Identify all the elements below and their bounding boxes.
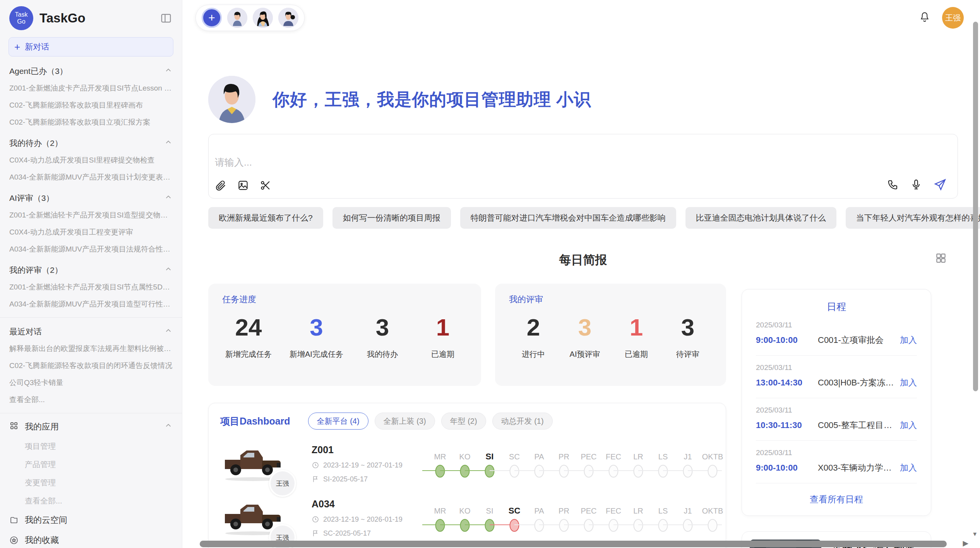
stat-item: 3我的待办 bbox=[361, 315, 404, 360]
dashboard-filter-3[interactable]: 动总开发 (1) bbox=[492, 413, 553, 430]
join-link[interactable]: 加入 bbox=[900, 334, 917, 346]
suggestion-chip-2[interactable]: 特朗普可能对进口汽车增税会对中国车企造成哪些影响 bbox=[460, 207, 676, 229]
stat-label: 已逾期 bbox=[615, 349, 658, 360]
list-item[interactable]: 解释最新出台的欧盟报废车法规再生塑料比例被调至15%... bbox=[9, 340, 173, 357]
list-item[interactable]: A034-全新新能源MUV产品开发项目造型可行性评审 bbox=[9, 296, 173, 313]
cloud-space-label: 我的云空间 bbox=[25, 514, 67, 526]
list-item[interactable]: 查看全部... bbox=[9, 391, 173, 408]
agent-avatar-1[interactable] bbox=[227, 8, 247, 28]
sidebar-app-subitem[interactable]: 产品管理 bbox=[0, 456, 182, 474]
list-item[interactable]: C0X4-动力总成开发项目工程变更评审 bbox=[9, 224, 173, 241]
image-icon[interactable] bbox=[237, 180, 249, 193]
list-item[interactable]: A034-全新新能源MUV产品开发项目法规符合性评审 bbox=[9, 241, 173, 258]
milestone-strip: MRKOSISCPAPRPECFECLRLSJ1OKTB bbox=[428, 450, 725, 479]
microphone-icon[interactable] bbox=[910, 179, 922, 192]
vertical-scrollbar[interactable] bbox=[973, 22, 978, 391]
list-item[interactable]: C0X4-动力总成开发项目SI里程碑提交物检查 bbox=[9, 152, 173, 169]
sidebar-group-3-header[interactable]: 我的评审（2） bbox=[9, 262, 173, 279]
suggestion-chip-4[interactable]: 当下年轻人对汽车外观有怎样的喜好趋势 bbox=[846, 207, 980, 229]
list-item[interactable]: 公司Q3轻卡销量 bbox=[9, 374, 173, 391]
milestone-si: SI bbox=[477, 450, 502, 479]
project-vehicle-image: 王强 bbox=[220, 498, 290, 538]
layout-grid-icon[interactable] bbox=[935, 252, 947, 266]
clock-icon bbox=[312, 461, 319, 469]
milestone-si: SI bbox=[477, 505, 502, 533]
assistant-avatar bbox=[208, 76, 255, 123]
milestone-track bbox=[527, 517, 552, 533]
scroll-down-arrow-icon[interactable]: ▼ bbox=[972, 531, 978, 537]
send-icon[interactable] bbox=[934, 178, 947, 193]
taskgo-logo: Task Go bbox=[9, 6, 33, 30]
project-row: 王强Z0012023-12-19 ~ 2027-01-19SI-2025-05-… bbox=[220, 444, 714, 484]
sidebar-app-subitem[interactable]: 项目管理 bbox=[0, 437, 182, 456]
milestone-node bbox=[634, 465, 643, 478]
add-agent-button[interactable]: + bbox=[202, 8, 222, 28]
suggestion-chip-1[interactable]: 如何写一份清晰的项目周报 bbox=[332, 207, 451, 229]
date-range-text: 2023-12-19 ~ 2027-01-19 bbox=[323, 461, 403, 469]
project-vehicle-image: 王强 bbox=[220, 444, 290, 484]
milestone-track bbox=[576, 463, 601, 479]
dashboard-filter-1[interactable]: 全新上装 (3) bbox=[375, 413, 435, 430]
sidebar-collapse-icon[interactable] bbox=[160, 12, 172, 24]
dashboard-filter-2[interactable]: 年型 (2) bbox=[441, 413, 486, 430]
sidebar-group-2-title: AI评审（3） bbox=[9, 193, 54, 204]
list-item[interactable]: Z001-全新燃油皮卡产品开发项目SI节点Lesson Learn报告 bbox=[9, 80, 173, 97]
sidebar-group-2-header[interactable]: AI评审（3） bbox=[9, 190, 173, 207]
suggestion-chip-3[interactable]: 比亚迪全固态电池计划具体说了什么 bbox=[685, 207, 836, 229]
sidebar-group-recent-header[interactable]: 最近对话 bbox=[9, 323, 173, 340]
list-item[interactable]: C02-飞腾新能源轻客改款项目里程碑画布 bbox=[9, 97, 173, 114]
milestone-track bbox=[576, 517, 601, 533]
sidebar-group-0-header[interactable]: Agent已办（3） bbox=[9, 63, 173, 80]
view-all-schedule-link[interactable]: 查看所有日程 bbox=[756, 483, 917, 509]
event-time: 9:00-10:00 bbox=[756, 335, 815, 345]
milestone-track bbox=[601, 517, 626, 533]
milestone-node bbox=[460, 465, 470, 478]
milestone-track bbox=[700, 463, 725, 479]
user-avatar[interactable]: 王强 bbox=[942, 7, 964, 29]
suggestion-chip-0[interactable]: 欧洲新规最近颁布了什么? bbox=[208, 207, 323, 229]
event-date: 2025/03/11 bbox=[756, 406, 917, 414]
new-chat-button[interactable]: + 新对话 bbox=[9, 37, 173, 57]
join-link[interactable]: 加入 bbox=[900, 462, 917, 474]
join-link[interactable]: 加入 bbox=[900, 420, 917, 431]
sidebar-group-2: AI评审（3）Z001-全新燃油轻卡产品开发项目SI造型提交物评审C0X4-动力… bbox=[0, 187, 182, 259]
stat-item: 2进行中 bbox=[512, 315, 555, 360]
milestone-node bbox=[634, 519, 643, 532]
scissors-icon[interactable] bbox=[260, 180, 271, 193]
scroll-right-arrow-icon[interactable]: ▶ bbox=[963, 539, 968, 548]
list-item[interactable]: Z001-全新燃油轻卡产品开发项目SI节点属性5D文件评审 bbox=[9, 279, 173, 296]
milestone-label: J1 bbox=[675, 505, 700, 517]
list-item[interactable]: C02-飞腾新能源轻客改款项目的闭环通告反馈情况 bbox=[9, 357, 173, 374]
sidebar-group-1: 我的待办（2）C0X4-动力总成开发项目SI里程碑提交物检查A034-全新新能源… bbox=[0, 132, 182, 187]
notification-bell-icon[interactable] bbox=[919, 11, 930, 24]
sidebar-item-cloud-space[interactable]: 我的云空间 bbox=[0, 510, 182, 530]
app-title: TaskGo bbox=[39, 11, 160, 26]
list-item[interactable]: Z001-全新燃油轻卡产品开发项目SI造型提交物评审 bbox=[9, 207, 173, 224]
milestone-lr: LR bbox=[626, 505, 651, 533]
schedule-event: 2025/03/1113:00-14:30C003|H0B-方案冻结评审加入 bbox=[756, 356, 917, 398]
list-item[interactable]: A034-全新新能源MUV产品开发项目计划变更表编写 bbox=[9, 169, 173, 186]
dashboard-filter-0[interactable]: 全新平台 (4) bbox=[308, 413, 368, 430]
stat-label: AI预评审 bbox=[564, 349, 606, 360]
paperclip-icon[interactable] bbox=[215, 180, 226, 193]
content-row: 任务进度 24新增完成任务3新增AI完成任务3我的待办1已逾期 我的评审 2进行… bbox=[208, 284, 958, 548]
phone-icon[interactable] bbox=[887, 179, 899, 192]
chat-input[interactable]: 请输入... bbox=[208, 134, 958, 199]
list-item[interactable]: C02-飞腾新能源轻客改款项目立项汇报方案 bbox=[9, 114, 173, 131]
agent-avatar-3[interactable] bbox=[278, 8, 298, 28]
join-link[interactable]: 加入 bbox=[900, 377, 917, 389]
agent-avatar-2[interactable] bbox=[253, 8, 273, 28]
milestone-label: LS bbox=[651, 450, 675, 463]
milestone-label: LR bbox=[626, 450, 651, 463]
sidebar-item-my-apps[interactable]: 我的应用 bbox=[0, 416, 182, 437]
milestone-track bbox=[675, 463, 700, 479]
milestone-track bbox=[626, 463, 651, 479]
milestone-oktb: OKTB bbox=[700, 505, 725, 533]
sidebar-group-1-header[interactable]: 我的待办（2） bbox=[9, 135, 173, 152]
project-code: A034 bbox=[312, 498, 428, 510]
sidebar-item-favorites[interactable]: 我的收藏 bbox=[0, 530, 182, 548]
horizontal-scrollbar[interactable] bbox=[200, 541, 947, 547]
milestone-node bbox=[584, 465, 594, 478]
sidebar-app-subitem[interactable]: 查看全部... bbox=[0, 492, 182, 510]
sidebar-app-subitem[interactable]: 变更管理 bbox=[0, 474, 182, 492]
